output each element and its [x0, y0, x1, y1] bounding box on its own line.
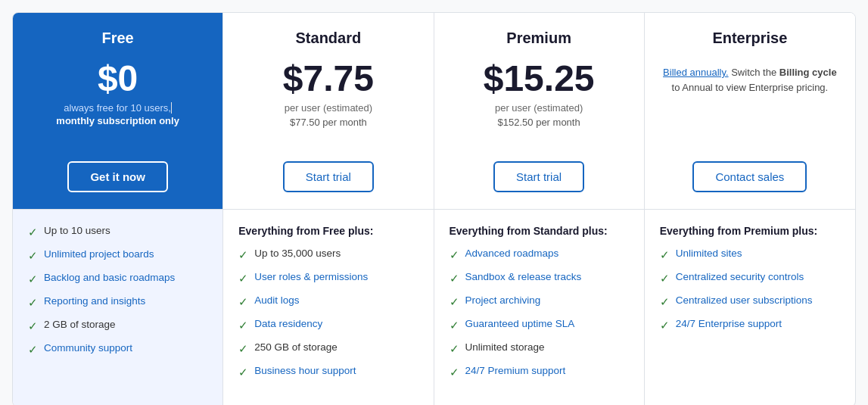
- feature-std-6-text: Business hour support: [254, 365, 356, 376]
- plan-standard-features-header: Everything from Free plus:: [238, 225, 418, 237]
- feature-prem-5: ✓ Unlimited storage: [450, 341, 629, 356]
- feature-free-5: ✓ 2 GB of storage: [28, 319, 207, 333]
- plan-enterprise: Enterprise Billed annually. Switch the B…: [645, 13, 855, 405]
- plan-premium-price: $15.25: [484, 59, 595, 99]
- feature-free-4: ✓ Reporting and insights: [28, 295, 207, 310]
- standard-start-trial-button[interactable]: Start trial: [283, 161, 374, 192]
- plan-free-price: $0: [98, 59, 138, 99]
- feature-free-5-text: 2 GB of storage: [44, 319, 116, 330]
- check-icon: ✓: [28, 226, 38, 239]
- billed-annually-link[interactable]: Billed annually.: [663, 67, 728, 78]
- community-support-link[interactable]: Community support: [44, 342, 132, 354]
- feature-std-4-text: Data residency: [254, 318, 322, 329]
- check-icon: ✓: [450, 366, 459, 379]
- feature-free-6-text: Community support: [44, 342, 132, 354]
- feature-prem-2-text: Sandbox & release tracks: [465, 271, 582, 282]
- feature-prem-1-text: Advanced roadmaps: [465, 248, 559, 259]
- unlimited-sites-link[interactable]: Unlimited sites: [676, 248, 742, 259]
- feature-std-3: ✓ Audit logs: [238, 294, 418, 309]
- plan-enterprise-name: Enterprise: [712, 30, 787, 47]
- feature-free-6: ✓ Community support: [28, 342, 207, 357]
- plan-premium-header: Premium $15.25 per user (estimated) $152…: [434, 13, 644, 210]
- plan-free-features: ✓ Up to 10 users ✓ Unlimited project boa…: [13, 210, 222, 405]
- plan-premium: Premium $15.25 per user (estimated) $152…: [434, 13, 645, 405]
- feature-free-1: ✓ Up to 10 users: [28, 225, 207, 239]
- backlog-link[interactable]: Backlog and basic roadmaps: [44, 272, 175, 283]
- plan-premium-features-header: Everything from Standard plus:: [450, 225, 629, 237]
- check-icon: ✓: [450, 295, 459, 309]
- centralized-security-link[interactable]: Centralized security controls: [676, 271, 804, 282]
- reporting-link[interactable]: Reporting and insights: [44, 295, 145, 307]
- feature-free-3-text: Backlog and basic roadmaps: [44, 272, 175, 283]
- plan-free-desc: always free for 10 users,: [64, 102, 172, 114]
- advanced-roadmaps-link[interactable]: Advanced roadmaps: [465, 248, 559, 259]
- check-icon: ✓: [238, 248, 248, 262]
- feature-ent-4: ✓ 24/7 Enterprise support: [660, 318, 840, 332]
- premium-support-link[interactable]: 24/7 Premium support: [465, 365, 566, 376]
- check-icon: ✓: [28, 319, 38, 333]
- feature-free-2: ✓ Unlimited project boards: [28, 248, 207, 263]
- enterprise-billing-text: Billed annually. Switch the Billing cycl…: [660, 65, 840, 95]
- check-icon: ✓: [28, 296, 38, 310]
- uptime-sla-link[interactable]: Guaranteed uptime SLA: [465, 318, 575, 329]
- free-get-it-now-button[interactable]: Get it now: [67, 161, 168, 192]
- plan-premium-price-monthly: $152.50 per month: [498, 117, 580, 128]
- feature-std-6: ✓ Business hour support: [238, 365, 418, 379]
- check-icon: ✓: [660, 295, 670, 309]
- plan-standard-price-monthly: $77.50 per month: [290, 117, 367, 128]
- check-icon: ✓: [238, 342, 248, 356]
- plan-standard-name: Standard: [296, 30, 362, 47]
- check-icon: ✓: [238, 272, 248, 285]
- sandbox-link[interactable]: Sandbox & release tracks: [465, 271, 582, 282]
- plan-standard-price: $7.75: [283, 59, 374, 99]
- plan-enterprise-features: Everything from Premium plus: ✓ Unlimite…: [645, 210, 855, 405]
- feature-prem-1: ✓ Advanced roadmaps: [450, 248, 629, 262]
- feature-std-5: ✓ 250 GB of storage: [238, 341, 418, 356]
- data-residency-link[interactable]: Data residency: [254, 318, 322, 329]
- audit-logs-link[interactable]: Audit logs: [254, 294, 299, 306]
- pricing-table: Free $0 always free for 10 users, monthl…: [12, 12, 856, 405]
- enterprise-support-link[interactable]: 24/7 Enterprise support: [676, 318, 782, 329]
- feature-std-1: ✓ Up to 35,000 users: [238, 248, 418, 262]
- feature-prem-6-text: 24/7 Premium support: [465, 365, 566, 376]
- feature-ent-3-text: Centralized user subscriptions: [676, 294, 813, 306]
- user-roles-link[interactable]: User roles & permissions: [254, 271, 368, 282]
- centralized-subscriptions-link[interactable]: Centralized user subscriptions: [676, 294, 813, 306]
- check-icon: ✓: [28, 273, 38, 286]
- feature-ent-2: ✓ Centralized security controls: [660, 271, 840, 285]
- feature-free-4-text: Reporting and insights: [44, 295, 145, 307]
- check-icon: ✓: [28, 343, 38, 357]
- feature-prem-4-text: Guaranteed uptime SLA: [465, 318, 575, 329]
- plan-standard-features: Everything from Free plus: ✓ Up to 35,00…: [223, 210, 433, 405]
- plan-free: Free $0 always free for 10 users, monthl…: [13, 13, 223, 405]
- feature-ent-2-text: Centralized security controls: [676, 271, 804, 282]
- unlimited-project-boards-link[interactable]: Unlimited project boards: [44, 248, 154, 260]
- plan-enterprise-header: Enterprise Billed annually. Switch the B…: [645, 13, 855, 210]
- business-support-link[interactable]: Business hour support: [254, 365, 356, 376]
- feature-std-2: ✓ User roles & permissions: [238, 271, 418, 285]
- check-icon: ✓: [450, 272, 459, 285]
- plan-standard-price-sub: per user (estimated): [285, 102, 372, 114]
- enterprise-contact-sales-button[interactable]: Contact sales: [692, 161, 807, 192]
- project-archiving-link[interactable]: Project archiving: [465, 294, 541, 306]
- plan-free-name: Free: [102, 30, 134, 47]
- plan-premium-features: Everything from Standard plus: ✓ Advance…: [434, 210, 644, 405]
- feature-ent-1: ✓ Unlimited sites: [660, 248, 840, 262]
- feature-prem-3-text: Project archiving: [465, 294, 541, 306]
- feature-prem-5-text: Unlimited storage: [465, 341, 545, 353]
- feature-prem-3: ✓ Project archiving: [450, 294, 629, 309]
- check-icon: ✓: [238, 295, 248, 309]
- feature-prem-6: ✓ 24/7 Premium support: [450, 365, 629, 379]
- plan-standard-header: Standard $7.75 per user (estimated) $77.…: [223, 13, 433, 210]
- plan-premium-price-sub: per user (estimated): [495, 102, 583, 114]
- check-icon: ✓: [660, 272, 670, 285]
- check-icon: ✓: [450, 248, 459, 262]
- check-icon: ✓: [660, 248, 670, 262]
- premium-start-trial-button[interactable]: Start trial: [493, 161, 584, 192]
- feature-prem-2: ✓ Sandbox & release tracks: [450, 271, 629, 285]
- feature-free-2-text: Unlimited project boards: [44, 248, 154, 260]
- plan-premium-name: Premium: [506, 30, 571, 47]
- feature-std-5-text: 250 GB of storage: [254, 341, 338, 353]
- feature-prem-4: ✓ Guaranteed uptime SLA: [450, 318, 629, 332]
- plan-standard: Standard $7.75 per user (estimated) $77.…: [223, 13, 434, 405]
